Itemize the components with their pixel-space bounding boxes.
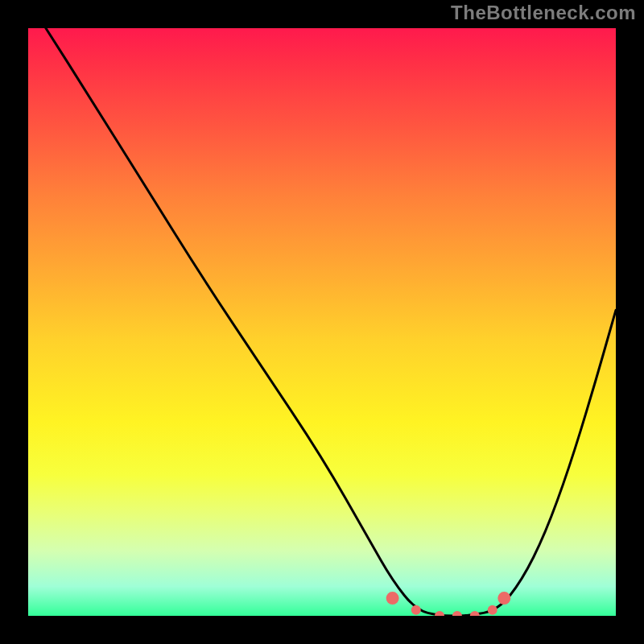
highlight-marker: [411, 605, 421, 615]
highlight-marker: [488, 605, 497, 615]
bottleneck-curve: [46, 28, 616, 616]
highlight-marker: [452, 611, 462, 616]
highlight-marker: [386, 592, 399, 605]
curve-layer: [28, 28, 616, 616]
chart-frame: TheBottleneck.com: [0, 0, 644, 644]
highlight-marker: [435, 611, 444, 616]
highlight-marker: [470, 611, 480, 616]
highlight-marker: [497, 592, 510, 605]
watermark-text: TheBottleneck.com: [451, 2, 636, 24]
